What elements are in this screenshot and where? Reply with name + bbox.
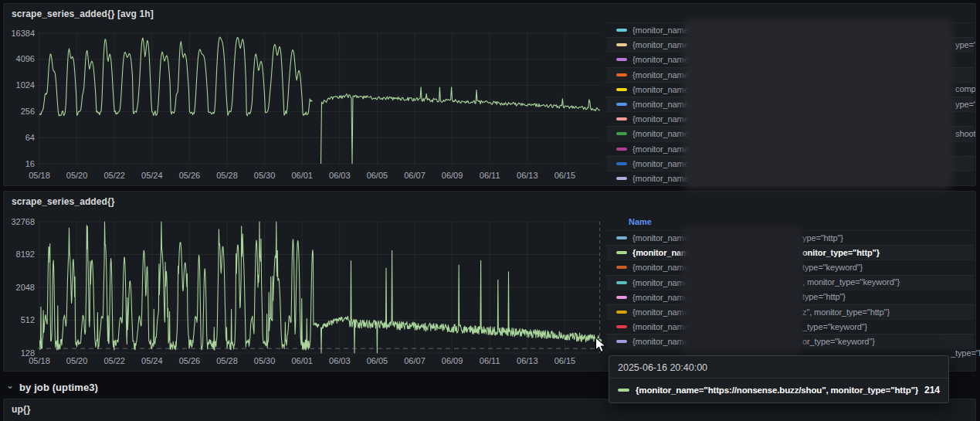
series-color-marker — [616, 311, 627, 314]
legend-row-fragment: _type="k — [951, 349, 980, 358]
x-axis-tick-label: 06/05 — [358, 357, 395, 365]
x-axis-tick-label: 06/09 — [434, 357, 471, 365]
x-axis-tick-label: 05/28 — [209, 357, 246, 365]
dashboard-row-header[interactable]: ⌄ by job (uptime3) — [6, 378, 98, 396]
x-axis-tick-label: 06/01 — [283, 171, 320, 180]
x-axis-tick-label: 06/09 — [434, 171, 471, 180]
x-axis-tick-label: 05/22 — [96, 171, 133, 180]
series-color-marker — [616, 251, 627, 254]
legend-column-header-name[interactable]: Name — [629, 218, 652, 226]
tooltip-series-row: {monitor_name="https://nonsense.buzz/sho… — [609, 379, 948, 402]
legend-label-fragment: ype="ke — [955, 100, 976, 109]
x-axis-tick-label: 06/07 — [396, 171, 433, 180]
series-color-marker — [616, 162, 627, 165]
x-axis-tick-label: 05/22 — [96, 357, 133, 365]
x-axis-tick-label: 06/05 — [358, 171, 395, 180]
y-axis-tick-label: 1024 — [5, 81, 35, 90]
x-axis-tick-label: 05/20 — [59, 357, 96, 365]
x-axis-tick-label: 05/24 — [134, 171, 171, 180]
series-color-marker — [616, 148, 627, 151]
series-color-marker — [616, 325, 627, 328]
y-axis-tick-label: 4096 — [5, 55, 35, 63]
x-axis-tick-label: 06/03 — [321, 171, 358, 180]
series-color-marker — [616, 132, 627, 135]
mouse-cursor — [595, 337, 609, 354]
y-axis-tick-label: 32768 — [5, 218, 35, 226]
timeseries-panel-scrape-raw: scrape_series_added{} 327688192204851212… — [3, 191, 976, 372]
series-color-marker — [616, 281, 627, 284]
series-line — [39, 37, 600, 164]
x-axis-tick-label: 05/30 — [246, 171, 283, 180]
tooltip-series-value: 214 — [924, 385, 940, 396]
x-axis-tick-label: 06/01 — [283, 357, 320, 365]
x-axis-tick-label: 06/13 — [509, 357, 546, 365]
series-color-marker — [616, 177, 627, 180]
x-axis-tick-label: 05/26 — [171, 171, 208, 180]
series-color-marker — [616, 58, 627, 61]
legend-label-fragment: onitor_type="http"} — [802, 249, 880, 257]
x-axis-tick-label: 05/28 — [209, 171, 246, 180]
series-color-marker — [616, 103, 627, 106]
x-axis-tick-label: 05/24 — [134, 357, 171, 365]
x-axis-tick-label: 05/26 — [171, 357, 208, 365]
x-axis-tick-label: 06/15 — [546, 357, 583, 365]
x-axis-tick-label: 05/18 — [21, 357, 58, 365]
x-axis-tick-label: 06/11 — [471, 171, 508, 180]
x-axis-tick-label: 05/20 — [59, 171, 96, 180]
tooltip-series-label: {monitor_name="https://nonsense.buzz/sho… — [636, 385, 918, 395]
series-color-marker — [616, 43, 627, 46]
x-axis-tick-label: 05/18 — [21, 171, 58, 180]
x-axis-tick-label: 06/11 — [471, 357, 508, 365]
legend-label-fragment: or_type="keyword"} — [802, 338, 875, 346]
series-color-marker — [616, 73, 627, 76]
hover-tooltip: 2025-06-16 20:40:00 {monitor_name="https… — [609, 355, 949, 403]
series-color-marker — [618, 389, 629, 392]
legend-label-fragment: _type="keyword"} — [802, 323, 867, 331]
legend-label-fragment: ype="ht — [955, 41, 976, 49]
legend-label-fragment: z", monitor_type="http"} — [802, 308, 890, 317]
series-color-marker — [616, 266, 627, 269]
y-axis-tick-label: 512 — [5, 316, 35, 324]
privacy-blur-overlay — [681, 226, 803, 356]
x-axis-tick-label: 06/13 — [509, 171, 546, 180]
x-axis-tick-label: 06/15 — [546, 171, 583, 180]
y-axis-tick-label: 16384 — [5, 29, 35, 38]
x-axis-tick-label: 05/30 — [246, 357, 283, 365]
x-axis-tick-label: 06/07 — [396, 357, 433, 365]
legend-label-fragment: type="keyword"} — [802, 263, 863, 272]
y-axis-tick-label: 256 — [5, 107, 35, 116]
row-title: by job (uptime3) — [19, 382, 98, 393]
y-axis-tick-label: 8192 — [5, 250, 35, 259]
series-color-marker — [616, 88, 627, 91]
legend-label-fragment: compa — [955, 85, 976, 93]
legend-label-fragment: type="http"} — [802, 293, 846, 301]
series-color-marker — [616, 340, 627, 343]
series-color-marker — [616, 236, 627, 239]
series-color-marker — [616, 296, 627, 299]
y-axis-tick-label: 16 — [5, 160, 35, 168]
series-color-marker — [616, 29, 627, 32]
y-axis-tick-label: 64 — [5, 134, 35, 142]
panel-title[interactable]: up{} — [12, 404, 30, 415]
legend-label-fragment: , monitor_type="keyword"} — [802, 278, 900, 287]
tooltip-timestamp: 2025-06-16 20:40:00 — [609, 356, 948, 379]
privacy-blur-overlay — [683, 19, 953, 189]
series-color-marker — [616, 117, 627, 121]
y-axis-tick-label: 2048 — [5, 283, 35, 292]
grafana-dashboard: { "app": {"name": "Grafana time series d… — [0, 0, 980, 421]
legend-label-fragment: shootin — [955, 130, 976, 138]
x-axis-tick-label: 06/03 — [321, 357, 358, 365]
legend-label-fragment: ype="http"} — [802, 234, 843, 243]
chevron-down-icon[interactable]: ⌄ — [6, 382, 14, 389]
